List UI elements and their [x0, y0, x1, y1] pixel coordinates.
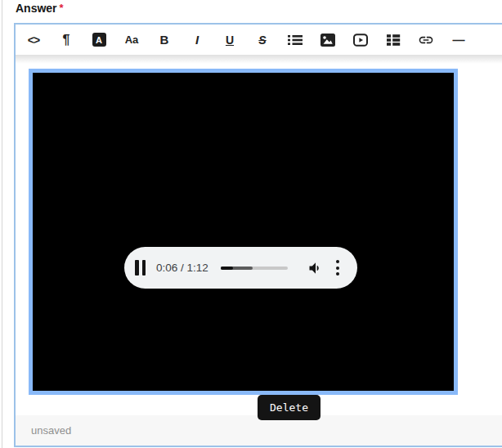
insert-video-button[interactable]: [344, 25, 377, 55]
question-label-text: Answer: [16, 2, 57, 15]
insert-image-button[interactable]: [312, 25, 344, 55]
strikethrough-icon: S: [258, 34, 266, 47]
underline-button[interactable]: U: [213, 25, 246, 55]
question-label: Answer*: [16, 1, 64, 16]
horizontal-rule-button[interactable]: —: [442, 25, 475, 55]
code-icon: <>: [28, 34, 39, 47]
delete-button[interactable]: Delete: [258, 395, 320, 420]
time-display: 0:06 / 1:12: [156, 262, 208, 274]
paragraph-format-button[interactable]: ¶: [50, 25, 83, 55]
editor-toolbar: <> ¶ A Aa B I U S: [16, 25, 502, 55]
pause-button[interactable]: [135, 260, 146, 276]
text-color-button[interactable]: A: [83, 25, 115, 55]
insert-link-button[interactable]: [410, 25, 442, 55]
selected-media-embed[interactable]: 0:06 / 1:12: [29, 69, 458, 395]
underline-icon: U: [226, 34, 234, 47]
required-asterisk: *: [60, 2, 64, 14]
rich-text-question: Answer* <> ¶ A Aa B I U: [0, 0, 502, 448]
rich-text-editor: <> ¶ A Aa B I U S: [14, 23, 502, 447]
volume-icon: [307, 260, 324, 276]
audio-player[interactable]: 0:06 / 1:12: [124, 247, 357, 289]
editor-status-bar: unsaved: [16, 415, 502, 446]
bold-icon: B: [160, 33, 169, 47]
image-icon: [320, 34, 335, 47]
video-icon: [353, 34, 368, 47]
strikethrough-button[interactable]: S: [246, 25, 279, 55]
unordered-list-icon: [288, 34, 303, 46]
played-bar: [221, 267, 233, 270]
font-size-button[interactable]: Aa: [115, 25, 148, 55]
volume-button[interactable]: [307, 260, 324, 276]
seek-slider[interactable]: [221, 267, 288, 270]
toolbar-shadow: [16, 55, 502, 64]
unsaved-status: unsaved: [31, 424, 71, 437]
font-size-icon: Aa: [125, 34, 139, 46]
panel-divider: [2, 0, 2, 448]
overflow-menu-button[interactable]: [336, 260, 339, 276]
dots-icon: [336, 260, 339, 263]
insert-table-button[interactable]: [377, 25, 410, 55]
italic-icon: I: [195, 33, 199, 47]
unordered-list-button[interactable]: [279, 25, 312, 55]
italic-button[interactable]: I: [181, 25, 213, 55]
view-html-button[interactable]: <>: [17, 25, 50, 55]
bold-button[interactable]: B: [148, 25, 181, 55]
horizontal-rule-icon: —: [453, 33, 465, 47]
pause-icon: [135, 260, 139, 276]
pilcrow-icon: ¶: [63, 33, 70, 47]
table-icon: [386, 34, 401, 47]
link-icon: [418, 32, 434, 48]
text-color-icon: A: [92, 33, 106, 47]
